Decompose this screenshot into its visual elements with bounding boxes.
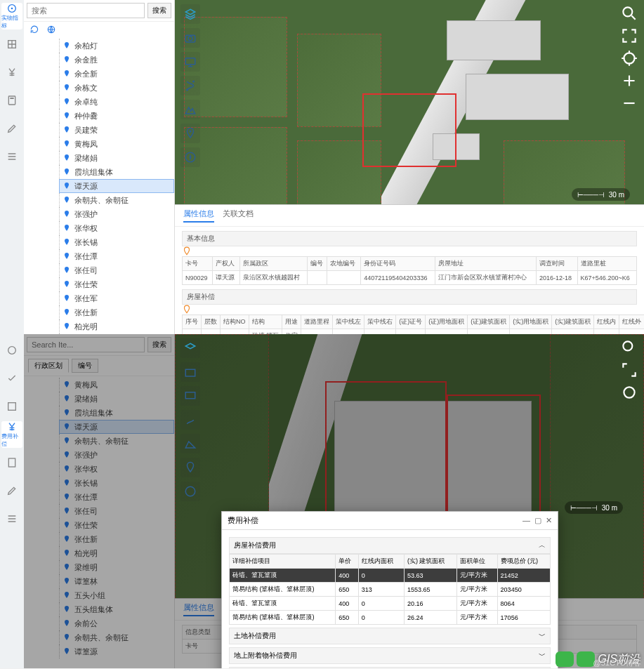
route-button[interactable] (180, 76, 200, 95)
section-attach-fee[interactable]: 地上附着物补偿费用﹀ (229, 647, 551, 664)
locate-button[interactable] (620, 383, 638, 402)
nav-pencil[interactable] (1, 477, 22, 504)
tab-attributes[interactable]: 属性信息 (183, 602, 214, 616)
fullscreen-button[interactable] (620, 27, 638, 45)
tree-item[interactable]: 余朝共、余朝征 (59, 434, 174, 448)
nav-target[interactable]: 实物指标 (1, 3, 22, 29)
tree-item[interactable]: 张仕潭 (59, 249, 174, 263)
close-button[interactable]: ✕ (546, 516, 552, 525)
search-input[interactable] (27, 337, 145, 352)
nav-list[interactable] (1, 505, 22, 532)
tree-item[interactable]: 张仕荣 (59, 277, 174, 291)
pin-icon (63, 409, 71, 417)
section-tax-fee[interactable]: 有关税费费用﹀ (229, 667, 551, 668)
tree-item[interactable]: 谭篁林 (59, 574, 174, 588)
tree-item[interactable]: 余朝共、余朝征 (59, 630, 174, 644)
terrain-button[interactable] (180, 100, 200, 119)
locate-button[interactable] (620, 49, 638, 67)
tab-attributes[interactable]: 属性信息 (183, 208, 214, 223)
tree-item[interactable]: 张任司 (59, 263, 174, 277)
left-nav: 费用补偿 (0, 334, 24, 668)
tree-item[interactable]: 张仕军 (59, 291, 174, 305)
tree-item[interactable]: 张强护 (59, 448, 174, 462)
nav-pencil[interactable] (1, 115, 22, 142)
route-button[interactable] (180, 410, 200, 430)
tree-item[interactable]: 梁绪娟 (59, 151, 174, 165)
tree-item[interactable]: 张仕新 (59, 305, 174, 319)
tree-item[interactable]: 余前公 (59, 616, 174, 630)
tree-item[interactable]: 张仕荣 (59, 518, 174, 532)
pin-icon (63, 549, 71, 557)
terrain-button[interactable] (180, 434, 200, 453)
tree-item[interactable]: 黄梅凤 (59, 378, 174, 392)
nav-list[interactable] (1, 143, 22, 170)
tree-item[interactable]: 梁维明 (59, 560, 174, 574)
dialog-titlebar[interactable]: 费用补偿 — ▢ ✕ (222, 512, 558, 530)
tree-item[interactable]: 谭天源 (59, 420, 174, 434)
tree-item-label: 余朝共、余朝征 (74, 195, 129, 206)
nav-yen[interactable]: 费用补偿 (1, 421, 22, 448)
tab-documents[interactable]: 关联文档 (223, 208, 254, 223)
tree-item[interactable]: 张仕新 (59, 532, 174, 546)
tree-item[interactable]: 张仕潭 (59, 490, 174, 504)
section-house-fee[interactable]: 房屋补偿费用︿ (229, 537, 551, 554)
search-input[interactable] (27, 3, 145, 18)
tree-item[interactable]: 张长锡 (59, 235, 174, 249)
nav-calc[interactable] (1, 87, 22, 114)
tree-item[interactable]: 张强护 (59, 207, 174, 221)
tree-item[interactable]: 柏光明 (59, 546, 174, 560)
section-land-fee[interactable]: 土地补偿费用﹀ (229, 628, 551, 644)
pin-icon (63, 437, 71, 445)
tree-item[interactable]: 余卓纯 (59, 95, 174, 109)
poi-button[interactable] (180, 458, 200, 477)
camera-button[interactable] (180, 28, 200, 48)
nav-grid[interactable] (1, 31, 22, 58)
tab-number[interactable]: 编号 (72, 359, 98, 373)
compass-button[interactable] (180, 147, 200, 167)
nav-yen[interactable] (1, 59, 22, 86)
tree-item[interactable]: 谭篁源 (59, 644, 174, 658)
nav-grid[interactable] (1, 393, 22, 420)
tree-item[interactable]: 吴建荣 (59, 123, 174, 137)
tree-item[interactable]: 余柏灯 (59, 39, 174, 53)
display-button[interactable] (180, 52, 200, 72)
fullscreen-button[interactable] (620, 361, 638, 379)
tree-item[interactable]: 霞坑组集体 (59, 406, 174, 420)
tree-item[interactable]: 五头组集体 (59, 602, 174, 616)
search-button[interactable]: 搜索 (147, 3, 171, 18)
map-search-button[interactable] (620, 4, 638, 22)
tab-admin[interactable]: 行政区划 (28, 359, 69, 373)
layers-button[interactable] (180, 338, 200, 358)
tree-item[interactable]: 种仲爨 (59, 109, 174, 123)
nav-target[interactable] (1, 337, 22, 364)
display-button[interactable] (180, 386, 200, 406)
maximize-button[interactable]: ▢ (534, 516, 541, 525)
tree-item[interactable]: 张任司 (59, 504, 174, 518)
search-button[interactable]: 搜索 (147, 337, 171, 352)
zoom-in-button[interactable] (620, 72, 638, 90)
tree-item[interactable]: 五头小组 (59, 588, 174, 602)
minimize-button[interactable]: — (523, 516, 530, 525)
tree-item[interactable]: 谭天源 (59, 179, 174, 193)
nav-check[interactable] (1, 365, 22, 392)
compass-button[interactable] (180, 482, 200, 501)
globe-icon[interactable] (46, 25, 56, 34)
tree-item[interactable]: 余全新 (59, 67, 174, 81)
tree-item[interactable]: 柏光明 (59, 319, 174, 333)
poi-button[interactable] (180, 124, 200, 143)
camera-button[interactable] (180, 362, 200, 382)
tree-item[interactable]: 张华权 (59, 221, 174, 235)
tree-item[interactable]: 余朝共、余朝征 (59, 193, 174, 207)
map-search-button[interactable] (620, 338, 638, 357)
nav-calc[interactable] (1, 449, 22, 476)
zoom-out-button[interactable] (620, 94, 638, 112)
tree-item[interactable]: 张长锡 (59, 476, 174, 490)
tree-item[interactable]: 霞坑组集体 (59, 165, 174, 179)
tree-item[interactable]: 梁绪娟 (59, 392, 174, 406)
refresh-icon[interactable] (29, 25, 39, 34)
tree-item[interactable]: 余栋文 (59, 81, 174, 95)
tree-item[interactable]: 张华权 (59, 462, 174, 476)
layers-button[interactable] (180, 4, 200, 24)
tree-item[interactable]: 黄梅凤 (59, 137, 174, 151)
tree-item[interactable]: 余金胜 (59, 53, 174, 67)
